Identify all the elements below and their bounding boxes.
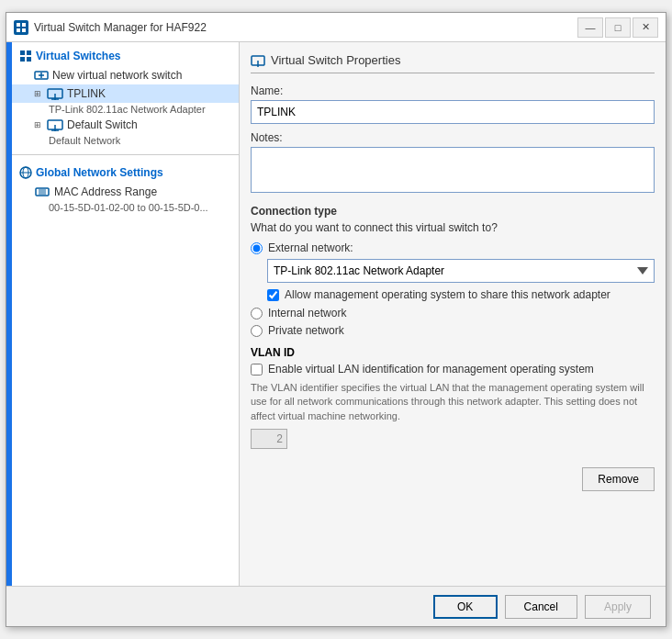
app-icon [14,20,28,35]
management-checkbox-item: Allow management operating system to sha… [267,288,655,301]
default-switch-label: Default Switch [67,118,138,131]
new-virtual-switch-item[interactable]: New virtual network switch [12,66,239,84]
tplink-sub-label: TP-Link 802.11ac Network Adapter [49,104,206,115]
bottom-buttons: Remove [251,460,655,491]
apply-button[interactable]: Apply [585,595,651,619]
minimize-button[interactable]: — [577,17,603,38]
ok-button[interactable]: OK [433,595,498,619]
notes-label: Notes: [251,131,655,144]
default-switch-item[interactable]: ⊞ Default Switch [12,116,239,134]
vlan-input [251,429,287,449]
footer: OK Cancel Apply [6,586,666,626]
new-switch-label: New virtual network switch [52,69,182,82]
svg-rect-4 [20,50,25,55]
connection-type-title: Connection type [251,205,655,218]
content-area: Virtual Switches New virtual network swi… [6,42,666,586]
global-network-header[interactable]: Global Network Settings [12,163,239,183]
notes-row: Notes: [251,131,655,196]
close-button[interactable]: ✕ [633,17,658,38]
default-switch-sub-label: Default Network [49,135,120,146]
external-network-label[interactable]: External network: [268,241,353,254]
window-controls: — □ ✕ [577,17,658,38]
management-checkbox[interactable] [267,289,279,301]
mac-address-sub-item: 00-15-5D-01-02-00 to 00-15-5D-0... [12,201,239,214]
mac-address-item[interactable]: MAC Address Range [12,183,239,201]
tplink-expand-icon: ⊞ [34,89,43,98]
svg-point-28 [257,65,259,67]
management-checkbox-label[interactable]: Allow management operating system to sha… [285,288,610,301]
notes-wrapper [251,147,655,196]
mac-address-icon [34,185,50,198]
internal-network-radio[interactable] [251,308,263,320]
svg-rect-6 [20,57,25,62]
panel-header-title: Virtual Switch Properties [271,53,400,67]
connection-type-subtitle: What do you want to connect this virtual… [251,221,655,234]
internal-network-radio-item: Internal network [251,307,655,320]
tplink-sub-item: TP-Link 802.11ac Network Adapter [12,103,239,116]
external-network-radio[interactable] [251,242,263,254]
tplink-label: TPLINK [67,87,106,100]
vlan-description: The VLAN identifier specifies the virtua… [251,381,655,423]
global-network-label: Global Network Settings [36,166,163,179]
panel-header: Virtual Switch Properties [251,53,655,73]
notes-textarea[interactable] [251,147,655,193]
default-expand-icon: ⊞ [34,120,43,129]
default-switch-sub-item: Default Network [12,134,239,147]
left-panel: Virtual Switches New virtual network swi… [12,42,240,586]
private-network-radio-item: Private network [251,324,655,337]
internal-network-label[interactable]: Internal network [268,307,346,320]
window-title: Virtual Switch Manager for HAF922 [34,21,207,34]
svg-rect-7 [27,57,31,62]
main-window: Virtual Switch Manager for HAF922 — □ ✕ … [6,12,666,627]
virtual-switches-header[interactable]: Virtual Switches [12,46,239,66]
name-row: Name: [251,84,655,124]
vlan-checkbox-item: Enable virtual LAN identification for ma… [251,363,655,376]
properties-icon [251,54,265,67]
mac-address-label: MAC Address Range [54,185,157,198]
virtual-switches-label: Virtual Switches [36,50,120,62]
mac-address-sub-label: 00-15-5D-01-02-00 to 00-15-5D-0... [49,202,208,213]
virtual-switches-icon [19,50,32,62]
vlan-checkbox[interactable] [251,364,263,376]
svg-rect-0 [17,23,20,27]
global-network-icon [19,166,32,179]
private-network-radio[interactable] [251,325,263,337]
dropdown-wrapper: TP-Link 802.11ac Network Adapter [267,259,655,283]
vlan-enable-label[interactable]: Enable virtual LAN identification for ma… [268,363,594,376]
right-panel: Virtual Switch Properties Name: Notes: C… [240,42,666,586]
network-adapter-dropdown[interactable]: TP-Link 802.11ac Network Adapter [267,259,655,283]
maximize-button[interactable]: □ [605,17,631,38]
vlan-title: VLAN ID [251,346,655,359]
titlebar: Virtual Switch Manager for HAF922 — □ ✕ [6,13,666,42]
default-switch-icon [47,118,63,131]
svg-rect-5 [27,50,31,55]
svg-rect-1 [22,23,26,27]
titlebar-left: Virtual Switch Manager for HAF922 [14,20,207,35]
new-switch-icon [34,69,49,82]
svg-rect-2 [17,28,20,32]
external-network-radio-item: External network: [251,241,655,254]
tplink-item[interactable]: ⊞ TPLINK [12,84,239,103]
svg-rect-3 [22,28,26,32]
remove-button[interactable]: Remove [582,467,655,491]
name-label: Name: [251,84,655,97]
vlan-section: VLAN ID Enable virtual LAN identificatio… [251,346,655,449]
name-input[interactable] [251,100,655,124]
tplink-network-icon [47,87,63,100]
private-network-label[interactable]: Private network [268,324,344,337]
cancel-button[interactable]: Cancel [505,595,577,619]
